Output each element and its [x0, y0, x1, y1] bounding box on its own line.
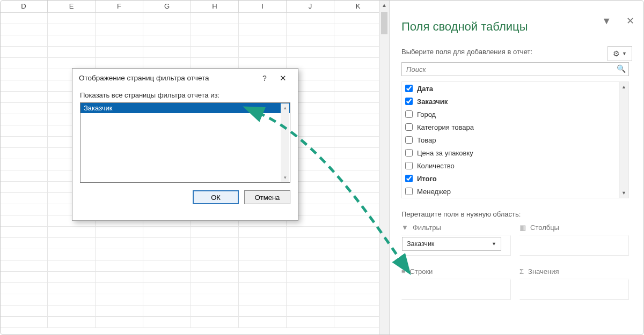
show-report-filter-pages-dialog: Отображение страниц фильтра отчета ? ✕ П…	[72, 68, 298, 221]
rows-area[interactable]: ≡ Строки	[401, 267, 511, 305]
pane-close-icon[interactable]: ✕	[626, 16, 634, 26]
field-label: Дата	[417, 85, 433, 93]
field-list-scrollbar[interactable]: ▲ ▼	[619, 82, 628, 198]
dialog-titlebar[interactable]: Отображение страниц фильтра отчета ? ✕	[72, 69, 298, 88]
scroll-thumb[interactable]	[381, 12, 387, 34]
pivot-field-list-pane: Поля сводной таблицы ▼ ✕ Выберите поля д…	[393, 6, 638, 328]
field-item[interactable]: Товар	[402, 133, 619, 146]
field-checkbox[interactable]	[405, 110, 413, 118]
dialog-close-button[interactable]: ✕	[272, 69, 294, 88]
field-label: Товар	[417, 136, 436, 144]
field-label: Количество	[417, 162, 455, 170]
field-checkbox[interactable]	[405, 98, 413, 105]
pane-settings-button[interactable]: ⚙ ▼	[608, 46, 632, 61]
field-item[interactable]: Цена за упаковку	[402, 146, 619, 159]
filter-chip-customer[interactable]: Заказчик ▼	[402, 237, 501, 251]
field-list-box: ДатаЗаказчикГородКатегория товараТоварЦе…	[401, 81, 629, 198]
values-icon: Σ	[519, 267, 524, 276]
dialog-listbox[interactable]: Заказчик ▴ ▾	[80, 102, 290, 183]
filters-area-label: Фильтры	[413, 224, 441, 232]
drag-areas-label: Перетащите поля в нужную область:	[393, 198, 638, 224]
dialog-title: Отображение страниц фильтра отчета	[79, 69, 209, 88]
field-item[interactable]: Заказчик	[402, 95, 619, 108]
columns-icon: ▥	[519, 224, 526, 232]
field-checkbox[interactable]	[405, 136, 413, 144]
col-header[interactable]: D	[0, 0, 48, 12]
col-header[interactable]: J	[287, 0, 334, 12]
field-checkbox[interactable]	[405, 123, 413, 131]
field-checkbox[interactable]	[405, 149, 413, 157]
col-header[interactable]: I	[239, 0, 287, 12]
ok-button[interactable]: ОК	[193, 190, 239, 204]
pane-title: Поля сводной таблицы	[393, 6, 638, 39]
field-label: Цена за упаковку	[417, 149, 473, 157]
field-label: Менеджер	[417, 188, 451, 196]
field-label: Итого	[417, 175, 437, 183]
col-header[interactable]: F	[96, 0, 143, 12]
columns-area-label: Столбцы	[530, 224, 559, 232]
field-checkbox[interactable]	[405, 175, 413, 182]
filters-area[interactable]: ▼ Фильтры Заказчик ▼	[401, 224, 511, 261]
col-header[interactable]: G	[143, 0, 191, 12]
col-header[interactable]: K	[334, 0, 382, 12]
gear-icon: ⚙	[613, 49, 620, 58]
scroll-up-icon[interactable]: ▴	[281, 103, 289, 112]
field-item[interactable]: Дата	[402, 82, 619, 95]
field-item[interactable]: Город	[402, 108, 619, 121]
field-item[interactable]: Менеджер	[402, 185, 619, 198]
column-header-row: D E F G H I J K	[0, 0, 385, 13]
field-item[interactable]: Количество	[402, 159, 619, 172]
field-checkbox[interactable]	[405, 188, 413, 195]
scroll-up-icon[interactable]: ▲	[379, 0, 389, 11]
field-label: Заказчик	[417, 98, 448, 106]
cancel-button[interactable]: Отмена	[244, 190, 290, 204]
field-item[interactable]: Итого	[402, 172, 619, 185]
field-list[interactable]: ДатаЗаказчикГородКатегория товараТоварЦе…	[402, 82, 619, 198]
columns-area[interactable]: ▥ Столбцы	[519, 224, 629, 261]
values-area[interactable]: Σ Значения	[519, 267, 629, 305]
chevron-down-icon: ▼	[622, 51, 627, 56]
dialog-label: Показать все страницы фильтра отчета из:	[72, 88, 298, 102]
dialog-list-scrollbar[interactable]: ▴ ▾	[281, 103, 289, 182]
field-checkbox[interactable]	[405, 162, 413, 169]
col-header[interactable]: H	[191, 0, 239, 12]
pane-subtitle: Выберите поля для добавления в отчет:	[393, 39, 638, 62]
pivot-drop-areas: ▼ Фильтры Заказчик ▼ ▥ Столбцы ≡ Строки	[393, 224, 638, 305]
rows-area-label: Строки	[410, 267, 433, 276]
field-label: Город	[417, 110, 436, 118]
chevron-down-icon: ▼	[492, 241, 496, 247]
filter-chip-label: Заказчик	[407, 240, 434, 248]
scroll-down-icon[interactable]: ▾	[281, 173, 289, 182]
col-header[interactable]: E	[48, 0, 96, 12]
field-label: Категория товара	[417, 123, 474, 131]
pane-collapse-icon[interactable]: ▼	[602, 16, 611, 26]
rows-icon: ≡	[401, 267, 406, 276]
field-item[interactable]: Категория товара	[402, 121, 619, 133]
field-checkbox[interactable]	[405, 85, 413, 92]
scroll-up-icon[interactable]: ▲	[619, 82, 628, 92]
values-area-label: Значения	[528, 267, 559, 276]
sheet-vertical-scrollbar[interactable]: ▲	[379, 0, 390, 335]
filter-icon: ▼	[401, 224, 408, 232]
dialog-help-button[interactable]: ?	[257, 69, 272, 88]
scroll-down-icon[interactable]: ▼	[619, 188, 628, 198]
dialog-list-item-selected[interactable]: Заказчик	[80, 103, 290, 113]
field-search-input[interactable]	[401, 62, 629, 76]
